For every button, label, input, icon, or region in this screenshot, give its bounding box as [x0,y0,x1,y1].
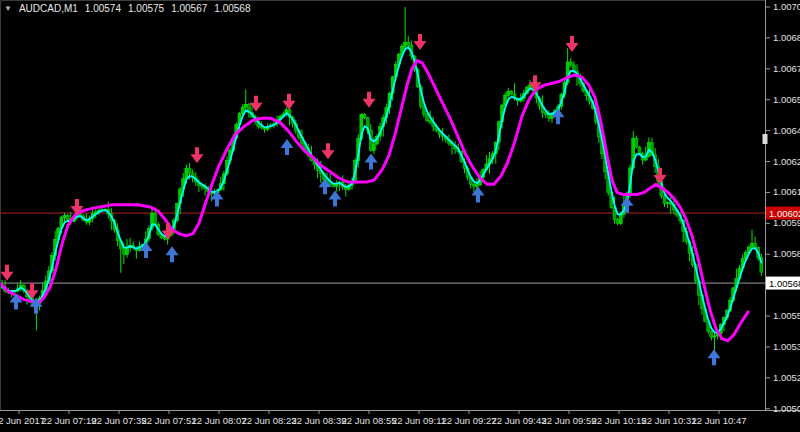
candle-body [126,248,129,255]
time-tick-label: 22 Jun 07:51 [142,415,197,426]
candle-body [569,62,572,65]
price-chart-canvas[interactable]: 1.007021.006871.006721.006571.006421.006… [0,0,800,432]
candle-body [666,203,669,204]
candle-body [404,42,407,46]
candle-body [754,243,757,247]
price-tick-label: 1.00687 [773,32,800,43]
price-tick-label: 1.00657 [773,94,800,105]
price-marker-current-label: 1.00568 [769,278,800,289]
price-tick-label: 1.00612 [773,186,800,197]
price-tick-label: 1.00627 [773,156,800,167]
candle-body [332,184,335,186]
symbol-period-label: AUDCAD,M1 [19,3,78,14]
time-tick-label: 22 Jun 08:23 [242,415,297,426]
ohlc-open: 1.00574 [85,3,121,14]
candle-body [188,168,191,173]
candle-body [635,138,638,147]
ohlc-low: 1.00567 [171,3,207,14]
time-tick-label: 22 Jun 08:55 [342,415,397,426]
chart-title: ▼ AUDCAD,M1 1.00574 1.00575 1.00567 1.00… [4,3,250,14]
candle-body [476,185,479,187]
candle-body [638,147,641,154]
time-tick-label: 22 Jun 07:35 [92,415,147,426]
price-tick-label: 1.00552 [773,310,800,321]
candle-body [507,91,510,95]
price-tick-label: 1.00537 [773,341,800,352]
candle-body [616,220,619,224]
time-tick-label: 22 Jun 08:07 [192,415,247,426]
candle-body [751,243,754,247]
price-marker-red-label: 1.00602 [769,208,800,219]
candle-body [154,213,157,224]
candle-body [407,42,410,45]
price-tick-label: 1.00642 [773,125,800,136]
candle-body [163,238,166,239]
symbol-dropdown-icon[interactable]: ▼ [4,4,12,13]
candle-body [122,249,125,254]
candle-body [426,114,429,120]
candle-body [63,216,66,218]
candle-body [663,196,666,204]
time-tick-label: 22 Jun 09:59 [542,415,597,426]
ohlc-close: 1.00568 [214,3,250,14]
time-tick-label: 22 Jun 10:31 [642,415,697,426]
time-tick-label: 22 Jun 2017 [0,415,45,426]
price-tick-label: 1.00507 [773,403,800,414]
candle-body [619,214,622,223]
price-tick-label: 1.00672 [773,63,800,74]
candle-body [66,216,69,219]
time-tick-label: 22 Jun 09:43 [492,415,547,426]
candle-body [372,144,375,151]
axis-scroll-marker [763,134,768,144]
candle-body [510,91,513,94]
candle-body [713,336,716,337]
time-tick-label: 22 Jun 10:47 [692,415,747,426]
chart-window: ▼ AUDCAD,M1 1.00574 1.00575 1.00567 1.00… [0,0,800,432]
time-tick-label: 22 Jun 08:39 [292,415,347,426]
candle-body [244,105,247,107]
price-tick-label: 1.00702 [773,1,800,12]
price-tick-label: 1.00522 [773,372,800,383]
candle-body [363,114,366,117]
time-tick-label: 22 Jun 09:11 [392,415,446,426]
price-tick-label: 1.00582 [773,248,800,259]
time-tick-label: 22 Jun 10:15 [592,415,647,426]
candle-body [472,184,475,186]
candle-body [710,331,713,337]
time-tick-label: 22 Jun 07:19 [42,415,97,426]
time-tick-label: 22 Jun 09:27 [442,415,497,426]
ohlc-high: 1.00575 [128,3,164,14]
candle-body [429,120,432,122]
